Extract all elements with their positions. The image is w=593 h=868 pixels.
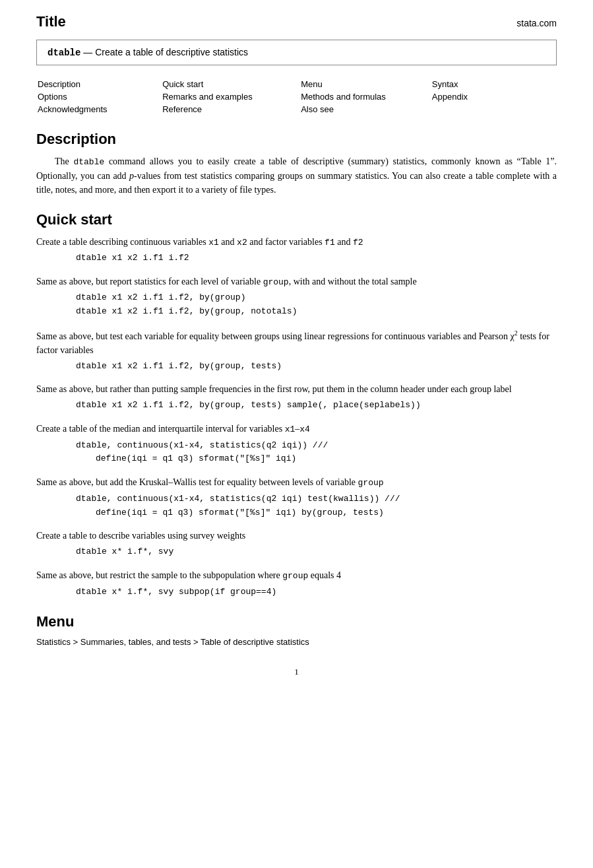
menu-path: Statistics > Summaries, tables, and test… [36,637,557,647]
qs-code-5a: dtable, continuous(x1-x4, statistics(q2 … [36,439,557,453]
nav-remarks[interactable]: Remarks and examples [162,92,253,102]
nav-alsosee[interactable]: Also see [301,104,334,114]
title-description: Create a table of descriptive statistics [95,47,248,57]
site-label: stata.com [516,18,557,28]
qs-item-5: Create a table of the median and interqu… [36,422,557,466]
qs-desc-8: Same as above, but restrict the sample t… [36,568,557,583]
qs-item-6: Same as above, but add the Kruskal–Walli… [36,475,557,519]
qs-desc-5: Create a table of the median and interqu… [36,422,557,436]
qs-code-5b: define(iqi = q1 q3) sformat("[%s]" iqi) [36,452,557,466]
nav-acknowledgments[interactable]: Acknowledgments [38,104,108,114]
qs-desc-3: Same as above, but test each variable fo… [36,328,557,357]
qs-desc-4: Same as above, but rather than putting s… [36,382,557,396]
qs-code-2b: dtable x1 x2 i.f1 i.f2, by(group, notota… [36,305,557,319]
nav-quickstart[interactable]: Quick start [162,79,203,89]
description-heading: Description [36,131,557,148]
quickstart-heading: Quick start [36,211,557,228]
qs-item-4: Same as above, but rather than putting s… [36,382,557,413]
nav-options[interactable]: Options [38,92,67,102]
command-name: dtable [47,48,80,58]
nav-methods[interactable]: Methods and formulas [301,92,386,102]
nav-appendix[interactable]: Appendix [432,92,468,102]
nav-syntax[interactable]: Syntax [432,79,458,89]
nav-menu[interactable]: Menu [301,79,323,89]
qs-item-3: Same as above, but test each variable fo… [36,328,557,373]
qs-item-2: Same as above, but report statistics for… [36,275,557,319]
nav-description[interactable]: Description [38,79,80,89]
menu-heading: Menu [36,613,557,630]
qs-code-3: dtable x1 x2 i.f1 i.f2, by(group, tests) [36,360,557,374]
qs-desc-7: Create a table to describe variables usi… [36,529,557,543]
page-number: 1 [36,667,557,677]
qs-code-1: dtable x1 x2 i.f1 i.f2 [36,251,557,265]
qs-desc-2: Same as above, but report statistics for… [36,275,557,289]
page-header: Title stata.com [36,13,557,30]
qs-code-2a: dtable x1 x2 i.f1 i.f2, by(group) [36,291,557,305]
qs-code-7: dtable x* i.f*, svy [36,545,557,559]
qs-item-7: Create a table to describe variables usi… [36,529,557,559]
qs-code-6a: dtable, continuous(x1-x4, statistics(q2 … [36,492,557,506]
qs-code-4: dtable x1 x2 i.f1 i.f2, by(group, tests)… [36,399,557,413]
qs-item-1: Create a table describing continuous var… [36,235,557,265]
nav-table: Description Quick start Menu Syntax Opti… [36,77,557,116]
title-box: dtable — Create a table of descriptive s… [36,40,557,65]
nav-reference[interactable]: Reference [162,104,202,114]
page-title: Title [36,13,66,30]
qs-code-6b: define(iqi = q1 q3) sformat("[%s]" iqi) … [36,506,557,520]
qs-code-8: dtable x* i.f*, svy subpop(if group==4) [36,585,557,599]
title-dash: — [83,47,92,57]
qs-desc-6: Same as above, but add the Kruskal–Walli… [36,475,557,490]
description-para: The dtable command allows you to easily … [36,154,557,197]
qs-item-8: Same as above, but restrict the sample t… [36,568,557,599]
qs-desc-1: Create a table describing continuous var… [36,235,557,250]
